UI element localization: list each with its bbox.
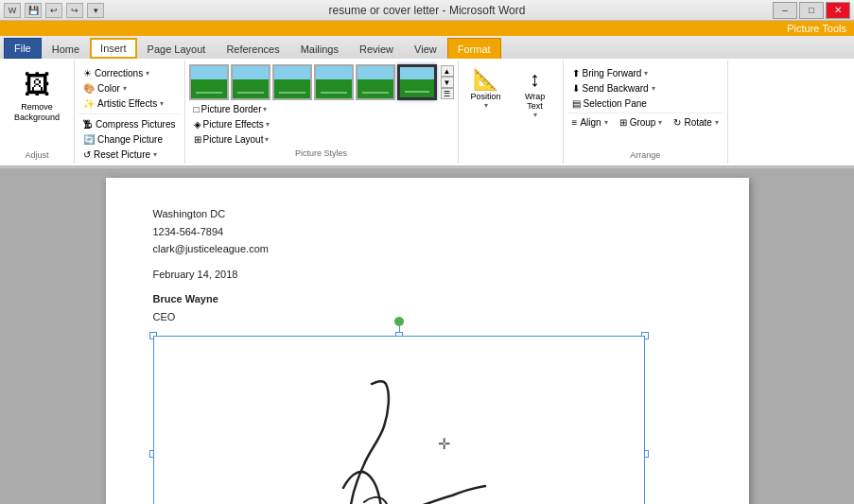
doc-line-2: 1234-564-7894 (153, 224, 702, 240)
tab-mailings[interactable]: Mailings (290, 38, 349, 59)
picture-styles-group: ▲ ▼ ☰ □ Picture Border ▾ ◈ Picture Effec… (185, 61, 459, 164)
doc-line-6: CEO (153, 309, 702, 325)
remove-background-icon: 🖼 (24, 69, 50, 100)
picture-styles-label: Picture Styles (189, 147, 454, 160)
style-thumb-4[interactable] (314, 64, 354, 100)
position-wrap-group: 📐 Position ▾ ↕ WrapText ▾ (459, 61, 564, 164)
picture-layout-arrow: ▾ (265, 135, 269, 144)
corrections-icon: ☀ (83, 68, 92, 78)
reset-icon: ↺ (83, 149, 91, 160)
restore-btn[interactable]: □ (799, 2, 824, 19)
wrap-text-btn[interactable]: ↕ WrapText ▾ (512, 62, 559, 124)
minimize-btn[interactable]: – (773, 2, 797, 19)
ribbon-tab-row: File Home Insert Page Layout References … (0, 36, 854, 59)
wrap-text-label: WrapText (525, 92, 545, 111)
bring-forward-icon: ⬆ (572, 68, 580, 78)
undo-quick-btn[interactable]: ↩ (45, 3, 62, 18)
send-backward-arrow: ▾ (652, 84, 655, 93)
doc-line-1: Washington DC (153, 206, 702, 222)
ribbon-content: 🖼 RemoveBackground Adjust ☀ Corrections … (0, 59, 854, 167)
group-btn[interactable]: ⊞ Group ▾ (615, 115, 668, 130)
change-picture-icon: 🔄 (83, 134, 95, 145)
arrange-group: ⬆ Bring Forward ▾ ⬇ Send Backward ▾ ▤ Se… (564, 61, 728, 164)
styles-scroll-up[interactable]: ▲ (441, 65, 454, 77)
align-arrow: ▾ (604, 118, 608, 127)
color-btn[interactable]: 🎨 Color ▾ (78, 81, 180, 96)
align-icon: ≡ (572, 117, 578, 128)
redo-quick-btn[interactable]: ↪ (66, 3, 83, 18)
picture-effects-icon: ◈ (194, 119, 201, 130)
picture-layout-icon: ⊞ (194, 134, 201, 145)
compress-pictures-btn[interactable]: 🗜 Compress Pictures (78, 117, 180, 131)
tab-view[interactable]: View (404, 38, 447, 59)
bring-forward-arrow: ▾ (644, 69, 648, 78)
arrange-group-label: Arrange (567, 148, 723, 162)
picture-border-icon: □ (194, 104, 200, 114)
rotate-handle[interactable] (394, 317, 404, 326)
wrap-text-arrow: ▾ (533, 111, 537, 119)
window-controls: – □ ✕ (773, 2, 850, 19)
artistic-effects-icon: ✨ (83, 98, 95, 109)
picture-effects-arrow: ▾ (266, 120, 270, 129)
quick-access-toolbar: W 💾 ↩ ↪ ▾ (4, 3, 104, 18)
corrections-dropdown-arrow: ▾ (146, 69, 149, 78)
align-btn[interactable]: ≡ Align ▾ (567, 115, 613, 130)
doc-line-3: clark@justiceleague.com (153, 241, 702, 257)
styles-scroll-down[interactable]: ▼ (441, 77, 454, 88)
reset-picture-btn[interactable]: ↺ Reset Picture ▾ (78, 148, 180, 162)
position-arrow: ▾ (484, 101, 488, 110)
tab-page-layout[interactable]: Page Layout (137, 38, 217, 59)
customize-quick-btn[interactable]: ▾ (87, 3, 104, 18)
style-thumb-1[interactable] (189, 64, 229, 100)
color-dropdown-arrow: ▾ (123, 84, 127, 93)
tab-references[interactable]: References (216, 38, 289, 59)
context-tab-label: Picture Tools (0, 21, 854, 36)
rotate-arrow: ▾ (715, 118, 719, 127)
ribbon: Picture Tools File Home Insert Page Layo… (0, 21, 854, 168)
close-btn[interactable]: ✕ (826, 2, 850, 19)
title-bar: W 💾 ↩ ↪ ▾ resume or cover letter - Micro… (0, 0, 854, 21)
tab-file[interactable]: File (4, 38, 42, 59)
compress-icon: 🗜 (83, 119, 93, 130)
document[interactable]: Washington DC 1234-564-7894 clark@justic… (106, 178, 749, 504)
picture-effects-btn[interactable]: ◈ Picture Effects ▾ (189, 117, 454, 131)
group-arrow: ▾ (658, 118, 662, 127)
picture-border-btn[interactable]: □ Picture Border ▾ (189, 102, 454, 116)
color-icon: 🎨 (83, 83, 95, 94)
position-btn[interactable]: 📐 Position ▾ (462, 62, 510, 114)
tab-home[interactable]: Home (42, 38, 90, 59)
bring-forward-btn[interactable]: ⬆ Bring Forward ▾ (567, 66, 723, 80)
picture-border-arrow: ▾ (263, 105, 267, 113)
styles-more[interactable]: ☰ (441, 88, 454, 99)
selection-pane-btn[interactable]: ▤ Selection Pane (567, 96, 723, 111)
style-thumb-2[interactable] (231, 64, 270, 100)
corrections-btn[interactable]: ☀ Corrections ▾ (78, 66, 180, 80)
position-label: Position (471, 92, 501, 101)
picture-layout-btn[interactable]: ⊞ Picture Layout ▾ (189, 132, 454, 147)
artistic-effects-btn[interactable]: ✨ Artistic Effects ▾ (78, 96, 180, 111)
selected-image-container[interactable]: ✛ (153, 336, 645, 504)
styles-thumbnail-row: ▲ ▼ ☰ (189, 64, 454, 100)
tab-format[interactable]: Format (447, 38, 501, 59)
window-title: resume or cover letter - Microsoft Word (329, 4, 526, 17)
wrap-text-icon: ↕ (530, 67, 540, 92)
adjust-group: ☀ Corrections ▾ 🎨 Color ▾ ✨ Artistic Eff… (75, 61, 184, 164)
change-picture-btn[interactable]: 🔄 Change Picture (78, 132, 180, 147)
doc-line-5: Bruce Wayne (153, 291, 702, 307)
tab-insert[interactable]: Insert (90, 38, 137, 59)
selection-pane-icon: ▤ (572, 98, 581, 109)
reset-dropdown-arrow: ▾ (153, 150, 157, 159)
rotate-btn[interactable]: ↻ Rotate ▾ (669, 115, 723, 130)
style-thumb-3[interactable] (272, 64, 312, 100)
style-thumb-5[interactable] (356, 64, 395, 100)
document-area: Washington DC 1234-564-7894 clark@justic… (0, 168, 854, 504)
save-quick-btn[interactable]: 💾 (25, 3, 42, 18)
remove-background-btn[interactable]: 🖼 RemoveBackground (6, 64, 68, 150)
styles-scroll-buttons: ▲ ▼ ☰ (441, 65, 454, 99)
group-icon: ⊞ (619, 117, 627, 128)
style-thumb-6[interactable] (397, 64, 437, 100)
position-icon: 📐 (473, 67, 498, 92)
artistic-effects-dropdown-arrow: ▾ (160, 99, 164, 108)
send-backward-btn[interactable]: ⬇ Send Backward ▾ (567, 81, 723, 96)
tab-review[interactable]: Review (349, 38, 404, 59)
